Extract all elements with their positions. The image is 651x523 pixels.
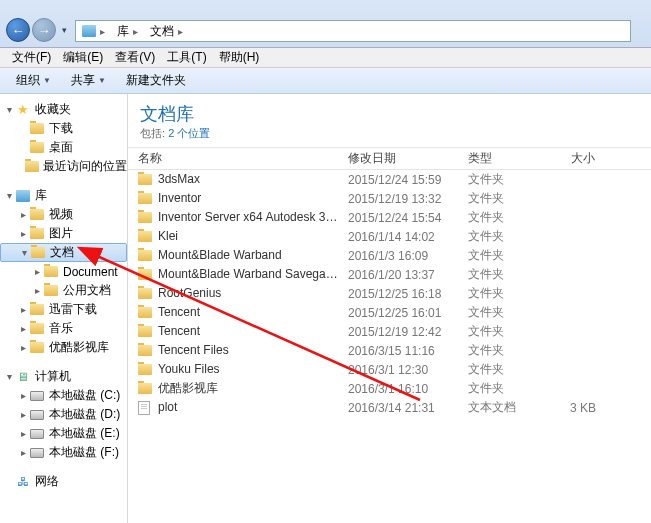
folder-icon <box>138 383 152 394</box>
folder-icon <box>25 161 39 172</box>
cell-date: 2015/12/25 16:18 <box>338 287 458 301</box>
sidebar-lib-docs-public[interactable]: ▸公用文档 <box>0 281 127 300</box>
colhdr-size[interactable]: 大小 <box>538 150 608 167</box>
sidebar-network[interactable]: ·🖧网络 <box>0 472 127 491</box>
cell-type: 文件夹 <box>458 323 538 340</box>
sidebar-lib-youku[interactable]: ▸优酷影视库 <box>0 338 127 357</box>
table-row[interactable]: RootGenius2015/12/25 16:18文件夹 <box>128 284 651 303</box>
folder-icon <box>138 288 152 299</box>
cell-name: Mount&Blade Warband Savegames <box>128 267 338 282</box>
folder-icon <box>138 326 152 337</box>
sidebar-lib-xunlei[interactable]: ▸迅雷下载 <box>0 300 127 319</box>
sidebar-fav-downloads[interactable]: ·下载 <box>0 119 127 138</box>
table-row[interactable]: plot2016/3/14 21:31文本文档3 KB <box>128 398 651 417</box>
disk-icon <box>30 410 44 420</box>
menu-view[interactable]: 查看(V) <box>109 47 161 68</box>
menu-tools[interactable]: 工具(T) <box>161 47 212 68</box>
sidebar-lib-music[interactable]: ▸音乐 <box>0 319 127 338</box>
cell-name: Mount&Blade Warband <box>128 248 338 263</box>
colhdr-type[interactable]: 类型 <box>458 150 538 167</box>
sidebar-library[interactable]: ▾库 <box>0 186 127 205</box>
disk-icon <box>30 391 44 401</box>
folder-icon <box>138 250 152 261</box>
cell-date: 2015/12/25 16:01 <box>338 306 458 320</box>
table-row[interactable]: Tencent2015/12/25 16:01文件夹 <box>128 303 651 322</box>
tb-newfolder[interactable]: 新建文件夹 <box>118 70 194 91</box>
table-row[interactable]: Mount&Blade Warband Savegames2016/1/20 1… <box>128 265 651 284</box>
folder-icon <box>138 269 152 280</box>
library-title: 文档库 <box>140 102 639 126</box>
sidebar-drive-e[interactable]: ▸本地磁盘 (E:) <box>0 424 127 443</box>
list-header: 名称 修改日期 类型 大小 <box>128 148 651 170</box>
tb-share[interactable]: 共享▼ <box>63 70 114 91</box>
breadcrumb-seg-libraries[interactable]: 库▸ <box>111 23 144 40</box>
folder-icon <box>138 307 152 318</box>
sidebar-lib-documents[interactable]: ▾文档 <box>0 243 127 262</box>
folder-icon <box>31 247 45 258</box>
sidebar-drive-d[interactable]: ▸本地磁盘 (D:) <box>0 405 127 424</box>
library-icon <box>82 25 96 37</box>
cell-name: Inventor Server x64 Autodesk 3ds M... <box>128 210 338 225</box>
forward-button[interactable]: → <box>32 18 56 42</box>
sidebar-favorites[interactable]: ▾★收藏夹 <box>0 100 127 119</box>
table-row[interactable]: Klei2016/1/14 14:02文件夹 <box>128 227 651 246</box>
library-subtitle: 包括: 2 个位置 <box>140 126 639 141</box>
table-row[interactable]: Mount&Blade Warband2016/1/3 16:09文件夹 <box>128 246 651 265</box>
table-row[interactable]: 优酷影视库2016/3/1 16:10文件夹 <box>128 379 651 398</box>
table-row[interactable]: Youku Files2016/3/1 12:30文件夹 <box>128 360 651 379</box>
cell-type: 文件夹 <box>458 304 538 321</box>
sidebar-drive-c[interactable]: ▸本地磁盘 (C:) <box>0 386 127 405</box>
sidebar-lib-pictures[interactable]: ▸图片 <box>0 224 127 243</box>
computer-icon: 🖥 <box>17 370 29 384</box>
cell-type: 文件夹 <box>458 171 538 188</box>
sidebar-drive-f[interactable]: ▸本地磁盘 (F:) <box>0 443 127 462</box>
sidebar-lib-docs-my[interactable]: ▸Document <box>0 262 127 281</box>
cell-type: 文件夹 <box>458 285 538 302</box>
folder-icon <box>44 285 58 296</box>
table-row[interactable]: 3dsMax2015/12/24 15:59文件夹 <box>128 170 651 189</box>
cell-type: 文件夹 <box>458 190 538 207</box>
titlebar: ← → ▾ ▸ 库▸ 文档▸ <box>0 0 651 48</box>
cell-type: 文本文档 <box>458 399 538 416</box>
sidebar-computer[interactable]: ▾🖥计算机 <box>0 367 127 386</box>
cell-date: 2015/12/19 13:32 <box>338 192 458 206</box>
cell-date: 2015/12/24 15:59 <box>338 173 458 187</box>
nav-buttons: ← → ▾ <box>6 18 70 42</box>
sidebar-fav-desktop[interactable]: ·桌面 <box>0 138 127 157</box>
cell-name: Youku Files <box>128 362 338 377</box>
sidebar: ▾★收藏夹 ·下载 ·桌面 ·最近访问的位置 ▾库 ▸视频 ▸图片 ▾文档 ▸D… <box>0 94 128 523</box>
folder-icon <box>30 342 44 353</box>
folder-icon <box>44 266 58 277</box>
menu-file[interactable]: 文件(F) <box>6 47 57 68</box>
table-row[interactable]: Tencent Files2016/3/15 11:16文件夹 <box>128 341 651 360</box>
table-row[interactable]: Inventor Server x64 Autodesk 3ds M...201… <box>128 208 651 227</box>
cell-type: 文件夹 <box>458 228 538 245</box>
folder-icon <box>138 212 152 223</box>
breadcrumb-seg-documents[interactable]: 文档▸ <box>144 23 189 40</box>
back-button[interactable]: ← <box>6 18 30 42</box>
cell-date: 2016/3/14 21:31 <box>338 401 458 415</box>
menu-help[interactable]: 帮助(H) <box>213 47 266 68</box>
nav-history-dropdown[interactable]: ▾ <box>58 20 70 40</box>
sidebar-fav-recent[interactable]: ·最近访问的位置 <box>0 157 127 176</box>
cell-date: 2016/3/1 12:30 <box>338 363 458 377</box>
cell-date: 2016/1/3 16:09 <box>338 249 458 263</box>
cell-type: 文件夹 <box>458 247 538 264</box>
cell-name: Klei <box>128 229 338 244</box>
table-row[interactable]: Inventor2015/12/19 13:32文件夹 <box>128 189 651 208</box>
sidebar-lib-videos[interactable]: ▸视频 <box>0 205 127 224</box>
cell-name: Inventor <box>128 191 338 206</box>
cell-type: 文件夹 <box>458 361 538 378</box>
breadcrumb[interactable]: ▸ 库▸ 文档▸ <box>75 20 631 42</box>
tb-organize[interactable]: 组织▼ <box>8 70 59 91</box>
breadcrumb-root[interactable]: ▸ <box>76 25 111 37</box>
cell-date: 2016/1/20 13:37 <box>338 268 458 282</box>
locations-link[interactable]: 2 个位置 <box>168 127 210 139</box>
colhdr-name[interactable]: 名称 <box>128 150 338 167</box>
folder-icon <box>138 345 152 356</box>
colhdr-date[interactable]: 修改日期 <box>338 150 458 167</box>
table-row[interactable]: Tencent2015/12/19 12:42文件夹 <box>128 322 651 341</box>
content-pane: 文档库 包括: 2 个位置 名称 修改日期 类型 大小 3dsMax2015/1… <box>128 94 651 523</box>
menu-edit[interactable]: 编辑(E) <box>57 47 109 68</box>
cell-type: 文件夹 <box>458 380 538 397</box>
